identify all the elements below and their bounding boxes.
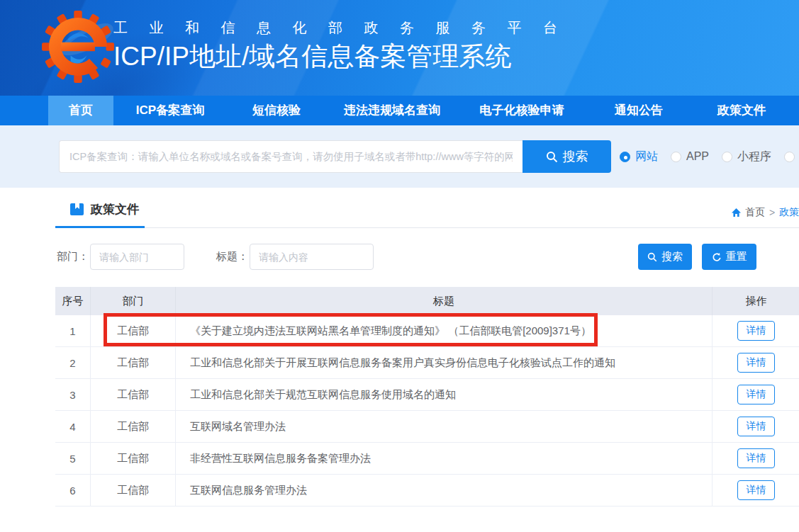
row-title: 互联网域名管理办法 — [176, 411, 713, 443]
row-no: 3 — [55, 379, 91, 411]
icp-search-section: 搜索 网站 APP 小程序 快应用 — [0, 125, 799, 188]
row-title: 《关于建立境内违法互联网站黑名单管理制度的通知》 （工信部联电管[2009]37… — [176, 315, 713, 347]
search-icon — [546, 151, 558, 163]
table-row: 2 工信部 工业和信息化部关于开展互联网信息服务备案用户真实身份信息电子化核验试… — [55, 347, 799, 379]
title-filter-label: 标题： — [216, 250, 248, 264]
section-divider — [55, 227, 799, 228]
icp-search-button[interactable]: 搜索 — [523, 140, 611, 173]
miit-gear-e-logo-icon — [41, 10, 115, 84]
row-title: 工业和信息化部关于开展互联网信息服务备案用户真实身份信息电子化核验试点工作的通知 — [176, 347, 713, 379]
row-title: 工业和信息化部关于规范互联网信息服务使用域名的通知 — [176, 379, 713, 411]
header-banner: 工业和信息化部政务服务平台 ICP/IP地址/域名信息备案管理系统 — [0, 0, 799, 96]
search-type-options: 网站 APP 小程序 快应用 — [620, 125, 799, 188]
row-dept: 工信部 — [91, 411, 176, 443]
row-no: 5 — [55, 443, 91, 475]
nav-item-policy-files[interactable]: 政策文件 — [692, 96, 791, 125]
nav-item-home[interactable]: 首页 — [48, 96, 113, 125]
breadcrumb-home[interactable]: 首页 — [731, 206, 765, 219]
row-actions: 详情 — [713, 347, 799, 379]
page-title: 政策文件 — [91, 201, 139, 217]
filter-search-button[interactable]: 搜索 — [638, 244, 692, 270]
radio-selected-icon — [620, 152, 630, 162]
detail-button[interactable]: 详情 — [737, 321, 775, 341]
nav-item-sms-verify[interactable]: 短信核验 — [227, 96, 326, 125]
col-header-no: 序号 — [55, 287, 91, 315]
row-no: 6 — [55, 475, 91, 506]
col-header-op: 操作 — [713, 287, 799, 315]
table-row: 3 工信部 工业和信息化部关于规范互联网信息服务使用域名的通知 详情 — [55, 379, 799, 411]
breadcrumb-separator: > — [769, 207, 775, 218]
platform-title: 工业和信息化部政务服务平台 — [113, 19, 579, 36]
row-no: 1 — [55, 315, 91, 347]
search-type-website[interactable]: 网站 — [620, 149, 658, 164]
home-icon — [731, 208, 742, 217]
table-header-row: 序号 部门 标题 操作 — [55, 287, 799, 315]
row-actions: 详情 — [713, 411, 799, 443]
breadcrumb: 首页 > 政策文件 — [731, 206, 799, 219]
table-row: 6 工信部 互联网信息服务管理办法 详情 — [55, 475, 799, 506]
search-type-quickapp[interactable]: 快应用 — [784, 149, 799, 164]
row-dept: 工信部 — [91, 379, 176, 411]
filter-reset-button[interactable]: 重置 — [702, 244, 756, 270]
row-dept: 工信部 — [91, 347, 176, 379]
detail-button[interactable]: 详情 — [737, 448, 775, 468]
detail-button[interactable]: 详情 — [737, 353, 775, 373]
detail-button[interactable]: 详情 — [737, 480, 775, 500]
search-type-label: APP — [686, 150, 709, 163]
system-title: ICP/IP地址/域名信息备案管理系统 — [113, 41, 579, 72]
breadcrumb-home-label: 首页 — [745, 206, 765, 219]
row-actions: 详情 — [713, 443, 799, 475]
col-header-title: 标题 — [176, 287, 713, 315]
detail-button[interactable]: 详情 — [737, 385, 775, 404]
search-type-label: 小程序 — [737, 149, 771, 164]
section-active-underline — [55, 226, 145, 228]
table-row: 4 工信部 互联网域名管理办法 详情 — [55, 411, 799, 443]
table-row: 1 工信部 《关于建立境内违法互联网站黑名单管理制度的通知》 （工信部联电管[2… — [55, 315, 799, 347]
dept-filter-label: 部门： — [57, 250, 89, 264]
row-title: 互联网信息服务管理办法 — [176, 475, 713, 506]
row-dept: 工信部 — [91, 315, 176, 347]
icp-search-input[interactable] — [59, 140, 523, 173]
detail-button[interactable]: 详情 — [737, 417, 775, 436]
radio-icon — [784, 152, 795, 162]
row-actions: 详情 — [713, 475, 799, 506]
row-actions: 详情 — [713, 379, 799, 411]
nav-item-illegal-domain-query[interactable]: 违法违规域名查询 — [326, 96, 458, 125]
radio-icon — [671, 152, 681, 162]
header-titles: 工业和信息化部政务服务平台 ICP/IP地址/域名信息备案管理系统 — [113, 19, 579, 72]
section-header: 政策文件 — [69, 201, 139, 217]
row-title: 非经营性互联网信息服务备案管理办法 — [176, 443, 713, 475]
breadcrumb-current: 政策文件 — [779, 206, 799, 219]
row-no: 2 — [55, 347, 91, 379]
reset-refresh-icon — [712, 252, 722, 262]
filter-reset-label: 重置 — [726, 250, 747, 264]
row-dept: 工信部 — [91, 475, 176, 506]
policy-table: 序号 部门 标题 操作 1 工信部 《关于建立境内违法互联网站黑名单管理制度的通… — [55, 287, 799, 506]
main-nav: 首页 ICP备案查询 短信核验 违法违规域名查询 电子化核验申请 通知公告 政策… — [0, 96, 799, 125]
title-filter-input[interactable] — [250, 244, 374, 270]
col-header-dept: 部门 — [91, 287, 176, 315]
filter-search-label: 搜索 — [661, 250, 683, 264]
search-type-miniprogram[interactable]: 小程序 — [722, 149, 771, 164]
icp-search-button-label: 搜索 — [563, 148, 588, 165]
nav-item-e-verification[interactable]: 电子化核验申请 — [458, 96, 586, 125]
policy-book-icon — [69, 202, 84, 217]
radio-icon — [722, 152, 732, 162]
dept-filter-input[interactable] — [90, 244, 184, 270]
search-type-app[interactable]: APP — [671, 150, 709, 163]
row-dept: 工信部 — [91, 443, 176, 475]
table-row: 5 工信部 非经营性互联网信息服务备案管理办法 详情 — [55, 443, 799, 475]
nav-item-icp-query[interactable]: ICP备案查询 — [113, 96, 227, 125]
row-no: 4 — [55, 411, 91, 443]
search-type-label: 网站 — [635, 149, 658, 164]
row-actions: 详情 — [713, 315, 799, 347]
search-icon — [647, 252, 657, 262]
nav-item-notices[interactable]: 通知公告 — [586, 96, 692, 125]
